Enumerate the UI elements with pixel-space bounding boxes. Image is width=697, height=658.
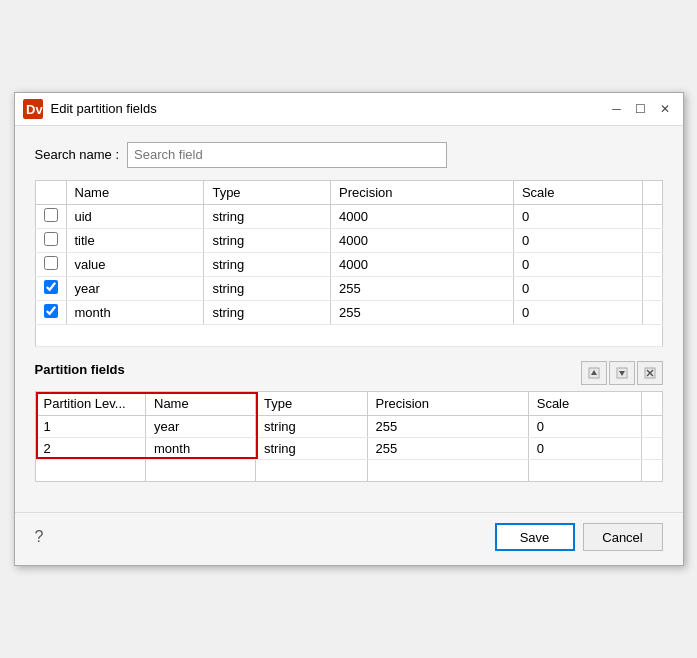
field-scale: 0 [513, 276, 642, 300]
table-row: 1 year string 255 0 [36, 415, 662, 437]
field-scale: 0 [513, 300, 642, 324]
partition-precision: 255 [367, 415, 528, 437]
partition-buttons [581, 361, 663, 385]
empty-row [36, 459, 662, 481]
partition-level: 2 [36, 437, 146, 459]
field-type: string [204, 228, 331, 252]
table-row: 2 month string 255 0 [36, 437, 662, 459]
partition-scale: 0 [528, 437, 641, 459]
empty-row [35, 324, 662, 346]
field-name: value [66, 252, 204, 276]
move-up-icon [588, 367, 600, 379]
maximize-button[interactable]: ☐ [631, 99, 651, 119]
partition-table-container: Partition Lev... Name Type Precision Sca… [35, 391, 663, 483]
row-checkbox[interactable] [44, 304, 58, 318]
table-row: value string 4000 0 [35, 252, 662, 276]
col-name: Name [66, 180, 204, 204]
field-scale: 0 [513, 252, 642, 276]
checkbox-cell[interactable] [35, 252, 66, 276]
partition-col-precision: Precision [367, 392, 528, 416]
table-row: title string 4000 0 [35, 228, 662, 252]
window-controls: ─ ☐ ✕ [607, 99, 675, 119]
fields-table: Name Type Precision Scale uid string 400… [35, 180, 663, 347]
move-down-button[interactable] [609, 361, 635, 385]
row-checkbox[interactable] [44, 208, 58, 222]
partition-scale: 0 [528, 415, 641, 437]
field-precision: 4000 [331, 228, 514, 252]
save-button[interactable]: Save [495, 523, 575, 551]
field-name: title [66, 228, 204, 252]
partition-col-type: Type [256, 392, 368, 416]
partition-name: year [146, 415, 256, 437]
fields-table-header: Name Type Precision Scale [35, 180, 662, 204]
partition-col-name: Name [146, 392, 256, 416]
col-scale: Scale [513, 180, 642, 204]
title-bar: Dv Edit partition fields ─ ☐ ✕ [15, 93, 683, 126]
partition-precision: 255 [367, 437, 528, 459]
partition-col-level: Partition Lev... [36, 392, 146, 416]
field-name: uid [66, 204, 204, 228]
field-name: month [66, 300, 204, 324]
partition-type: string [256, 437, 368, 459]
move-up-button[interactable] [581, 361, 607, 385]
field-type: string [204, 252, 331, 276]
svg-text:Dv: Dv [26, 102, 43, 117]
close-button[interactable]: ✕ [655, 99, 675, 119]
col-precision: Precision [331, 180, 514, 204]
partition-section-label: Partition fields [35, 362, 125, 377]
dialog-title: Edit partition fields [51, 101, 599, 116]
field-scale: 0 [513, 204, 642, 228]
partition-table: Partition Lev... Name Type Precision Sca… [36, 392, 662, 482]
search-label: Search name : [35, 147, 120, 162]
partition-col-extra [642, 392, 662, 416]
dialog-body: Search name : Name Type Precision Scale … [15, 126, 683, 513]
checkbox-cell[interactable] [35, 300, 66, 324]
app-logo: Dv [23, 99, 43, 119]
dialog-footer: ? Save Cancel [15, 512, 683, 565]
move-down-icon [616, 367, 628, 379]
partition-level: 1 [36, 415, 146, 437]
edit-partition-dialog: Dv Edit partition fields ─ ☐ ✕ Search na… [14, 92, 684, 567]
col-type: Type [204, 180, 331, 204]
remove-button[interactable] [637, 361, 663, 385]
field-type: string [204, 300, 331, 324]
field-type: string [204, 276, 331, 300]
row-checkbox[interactable] [44, 256, 58, 270]
table-row: uid string 4000 0 [35, 204, 662, 228]
search-input[interactable] [127, 142, 447, 168]
field-precision: 255 [331, 300, 514, 324]
col-checkbox [35, 180, 66, 204]
field-precision: 4000 [331, 204, 514, 228]
footer-buttons: Save Cancel [495, 523, 663, 551]
checkbox-cell[interactable] [35, 276, 66, 300]
field-precision: 4000 [331, 252, 514, 276]
field-precision: 255 [331, 276, 514, 300]
help-button[interactable]: ? [35, 528, 495, 546]
partition-type: string [256, 415, 368, 437]
search-row: Search name : [35, 142, 663, 168]
partition-name: month [146, 437, 256, 459]
partition-header-row: Partition fields [35, 361, 663, 385]
col-extra [642, 180, 662, 204]
table-row: month string 255 0 [35, 300, 662, 324]
table-row: year string 255 0 [35, 276, 662, 300]
checkbox-cell[interactable] [35, 204, 66, 228]
field-name: year [66, 276, 204, 300]
partition-col-scale: Scale [528, 392, 641, 416]
remove-icon [644, 367, 656, 379]
field-scale: 0 [513, 228, 642, 252]
field-type: string [204, 204, 331, 228]
partition-table-header: Partition Lev... Name Type Precision Sca… [36, 392, 662, 416]
cancel-button[interactable]: Cancel [583, 523, 663, 551]
row-checkbox[interactable] [44, 232, 58, 246]
row-checkbox[interactable] [44, 280, 58, 294]
minimize-button[interactable]: ─ [607, 99, 627, 119]
checkbox-cell[interactable] [35, 228, 66, 252]
